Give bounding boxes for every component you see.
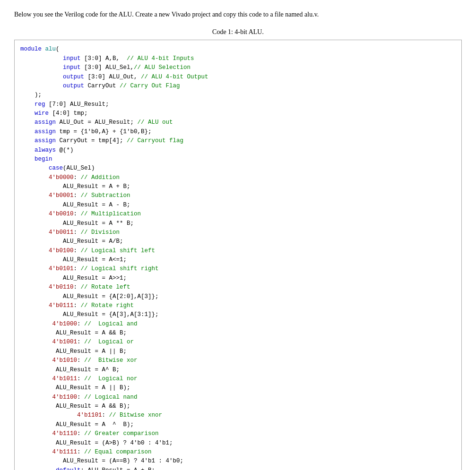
code-container: module alu( input [3:0] A,B, // ALU 4-bi…: [14, 40, 462, 470]
code-caption: Code 1: 4-bit ALU.: [14, 28, 462, 36]
intro-paragraph: Below you see the Verilog code for the A…: [14, 9, 462, 20]
